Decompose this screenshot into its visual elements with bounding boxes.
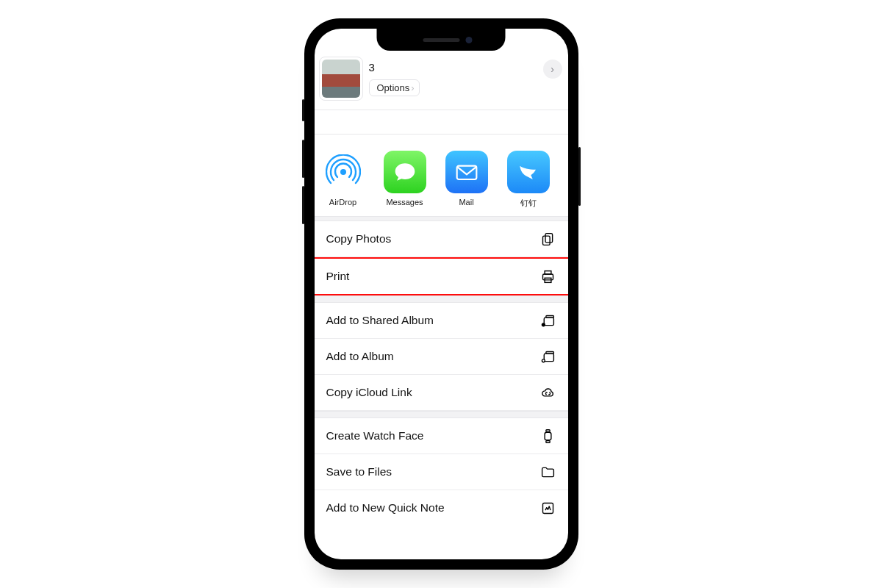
app-label: AirDrop [329, 198, 356, 207]
notch [377, 29, 506, 51]
options-label: Options [377, 82, 410, 93]
action-label: Create Watch Face [326, 429, 424, 442]
action-label: Copy Photos [326, 232, 392, 245]
messages-icon [384, 151, 426, 193]
airdrop-icon [322, 151, 365, 193]
share-app-messages[interactable]: Messages [384, 151, 426, 209]
svg-rect-7 [544, 318, 553, 326]
mute-switch [302, 99, 304, 121]
share-app-mail[interactable]: Mail [445, 151, 488, 209]
screen: 3 Options › › AirDrop [315, 29, 568, 559]
section-divider [315, 411, 568, 418]
quick-note-icon [540, 500, 556, 516]
svg-rect-17 [546, 440, 550, 442]
photo-thumbnail[interactable] [322, 60, 360, 98]
chevron-right-icon: › [551, 63, 554, 75]
section-divider [315, 216, 568, 221]
share-app-dingtalk[interactable]: 钉钉 [507, 151, 550, 209]
watch-icon [540, 428, 556, 444]
action-copy-photos[interactable]: Copy Photos [315, 221, 568, 257]
app-label: 钉钉 [520, 198, 537, 209]
album-add-icon [540, 348, 556, 365]
volume-down-button [302, 186, 304, 224]
action-label: Print [326, 270, 350, 283]
action-add-quick-note[interactable]: Add to New Quick Note [315, 490, 568, 526]
svg-rect-16 [546, 429, 550, 431]
app-label: Mail [459, 198, 473, 207]
svg-rect-15 [545, 432, 551, 440]
volume-up-button [302, 140, 304, 178]
power-button [578, 147, 581, 206]
action-add-album[interactable]: Add to Album [315, 339, 568, 375]
svg-rect-1 [456, 166, 476, 179]
svg-rect-8 [546, 315, 554, 318]
chevron-right-icon: › [411, 82, 414, 93]
svg-rect-11 [546, 351, 554, 354]
close-chevron-button[interactable]: › [543, 60, 562, 79]
action-label: Add to Shared Album [326, 314, 434, 327]
cloud-link-icon [540, 384, 556, 401]
options-button[interactable]: Options › [369, 79, 420, 96]
action-copy-icloud-link[interactable]: Copy iCloud Link [315, 375, 568, 411]
svg-rect-3 [543, 236, 551, 245]
action-label: Add to New Quick Note [326, 501, 445, 514]
mail-icon [445, 151, 488, 193]
phone-mockup: 3 Options › › AirDrop [304, 18, 578, 570]
action-save-to-files[interactable]: Save to Files [315, 454, 568, 490]
front-camera [466, 37, 473, 43]
app-label: Messages [386, 198, 423, 207]
share-header: 3 Options › › [315, 55, 568, 110]
speaker-grille [423, 38, 459, 42]
share-app-airdrop[interactable]: AirDrop [322, 151, 365, 209]
folder-icon [540, 464, 556, 480]
action-label: Copy iCloud Link [326, 386, 412, 399]
action-label: Add to Album [326, 350, 394, 363]
section-divider [315, 295, 568, 303]
svg-point-9 [542, 323, 545, 326]
share-sheet: 3 Options › › AirDrop [315, 29, 568, 559]
action-print[interactable]: Print [315, 259, 568, 294]
dingtalk-icon [507, 151, 550, 193]
svg-rect-2 [545, 233, 553, 242]
action-label: Save to Files [326, 465, 392, 478]
copy-icon [540, 231, 556, 247]
action-add-shared-album[interactable]: Add to Shared Album [315, 303, 568, 339]
shared-album-icon [540, 312, 556, 329]
printer-icon [540, 268, 556, 284]
share-apps-row: AirDrop Messages Mail [315, 135, 568, 216]
svg-point-0 [340, 169, 346, 175]
svg-rect-10 [544, 354, 553, 362]
action-create-watch-face[interactable]: Create Watch Face [315, 418, 568, 454]
selection-count: 3 [369, 61, 561, 74]
